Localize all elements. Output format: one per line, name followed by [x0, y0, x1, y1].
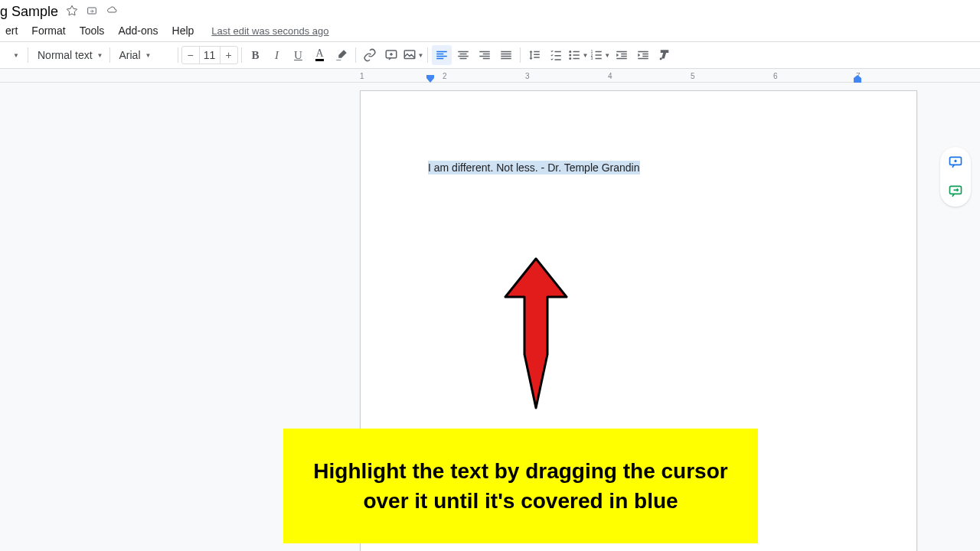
svg-point-4	[570, 54, 572, 57]
ruler-tick: 4	[608, 72, 612, 80]
svg-text:3: 3	[591, 56, 593, 60]
line-spacing-button[interactable]	[524, 45, 544, 65]
menu-addons[interactable]: Add-ons	[113, 21, 163, 40]
ruler-tick: 2	[443, 72, 447, 80]
highlight-button[interactable]	[332, 45, 351, 65]
font-size-decrease[interactable]: −	[182, 49, 199, 61]
ruler-tick: 5	[691, 72, 695, 80]
menu-format[interactable]: Format	[26, 21, 70, 40]
ruler[interactable]: 1 2 3 4 5 6 7	[0, 69, 980, 83]
align-right-button[interactable]	[475, 45, 495, 65]
move-icon[interactable]	[86, 5, 98, 19]
more-button[interactable]: ▼	[4, 45, 24, 65]
add-comment-button[interactable]	[381, 45, 401, 65]
increase-indent-button[interactable]	[633, 45, 653, 65]
document-page[interactable]: I am different. Not less. - Dr. Temple G…	[360, 90, 917, 551]
cloud-icon[interactable]	[106, 5, 118, 19]
insert-link-button[interactable]	[360, 45, 380, 65]
font-family-select[interactable]: Arial▼	[113, 46, 175, 64]
suggest-edits-button[interactable]	[943, 179, 968, 204]
svg-point-3	[570, 51, 572, 53]
selected-text[interactable]: I am different. Not less. - Dr. Temple G…	[428, 161, 640, 174]
font-family-label: Arial	[119, 49, 141, 61]
checklist-button[interactable]	[546, 45, 566, 65]
menu-tools[interactable]: Tools	[74, 21, 110, 40]
insert-image-button[interactable]: ▼	[403, 45, 424, 65]
italic-button[interactable]: I	[267, 45, 287, 65]
text-color-button[interactable]: A	[310, 45, 330, 65]
ruler-tick: 1	[360, 72, 364, 80]
ruler-tick: 3	[525, 72, 530, 80]
document-title[interactable]: g Sample	[0, 4, 58, 20]
last-edit-link[interactable]: Last edit was seconds ago	[211, 25, 328, 37]
numbered-list-button[interactable]: 123▼	[590, 45, 610, 65]
svg-point-5	[570, 57, 572, 60]
align-left-button[interactable]	[432, 45, 452, 65]
svg-rect-0	[88, 8, 96, 14]
menu-help[interactable]: Help	[167, 21, 200, 40]
paragraph-style-label: Normal text	[38, 49, 93, 61]
bold-button[interactable]: B	[246, 45, 266, 65]
decrease-indent-button[interactable]	[612, 45, 632, 65]
font-size-group: − 11 +	[181, 46, 238, 64]
menubar: ert Format Tools Add-ons Help Last edit …	[0, 20, 980, 41]
underline-button[interactable]: U	[289, 45, 309, 65]
ruler-tick: 6	[773, 72, 778, 80]
add-comment-side-button[interactable]	[943, 150, 968, 174]
editor-canvas[interactable]: I am different. Not less. - Dr. Temple G…	[0, 83, 980, 551]
align-center-button[interactable]	[453, 45, 473, 65]
menu-insert[interactable]: ert	[0, 21, 23, 40]
font-size-increase[interactable]: +	[220, 49, 237, 61]
bulleted-list-button[interactable]: ▼	[567, 45, 588, 65]
toolbar: ▼ Normal text▼ Arial▼ − 11 + B I U A ▼ ▼…	[0, 41, 980, 69]
side-action-panel	[940, 147, 971, 207]
paragraph-style-select[interactable]: Normal text▼	[31, 46, 106, 64]
star-icon[interactable]	[66, 5, 78, 19]
font-size-input[interactable]: 11	[199, 47, 220, 64]
align-justify-button[interactable]	[496, 45, 516, 65]
clear-formatting-button[interactable]	[655, 45, 675, 65]
